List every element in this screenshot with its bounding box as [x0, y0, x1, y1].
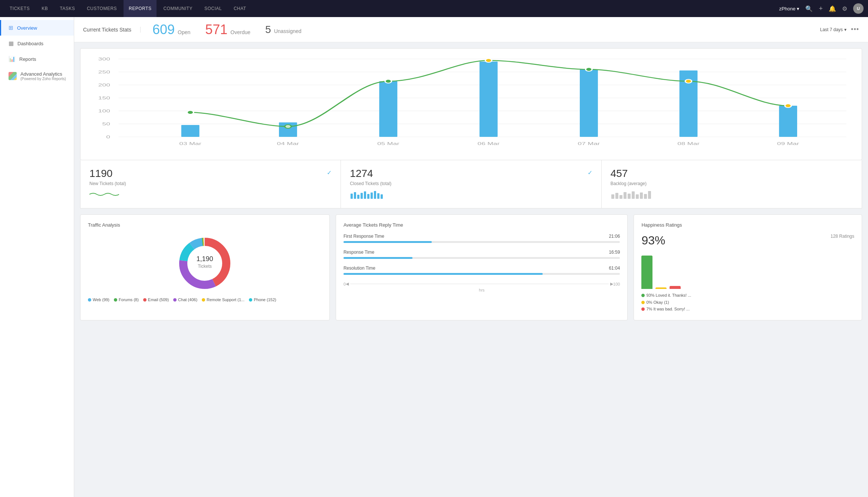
svg-text:07 Mar: 07 Mar	[578, 141, 600, 146]
brand-name: zPhone	[779, 6, 795, 11]
legend-email: Email (509)	[143, 297, 169, 302]
svg-rect-20	[779, 106, 797, 137]
date-filter-label: Last 7 days	[820, 27, 843, 32]
legend-web-dot	[88, 298, 91, 302]
unassigned-label: Unassigned	[274, 28, 302, 34]
donut-chart: 1,190 Tickets	[175, 234, 234, 293]
search-icon[interactable]: 🔍	[805, 5, 813, 12]
nav-customers[interactable]: CUSTOMERS	[82, 0, 122, 17]
svg-rect-52	[640, 192, 643, 199]
sidebar-item-overview[interactable]: ⊞ Overview	[0, 20, 74, 36]
reply-time-title: Average Tickets Reply Time	[343, 222, 620, 228]
legend-web-label: Web (99)	[93, 297, 109, 302]
svg-point-27	[785, 104, 791, 108]
open-label: Open	[178, 29, 190, 35]
dashboards-icon: ▦	[9, 40, 14, 47]
legend-forums: Forums (8)	[114, 297, 139, 302]
legend-forums-dot	[114, 298, 117, 302]
metric-backlog: 457 Backlog (average)	[602, 160, 862, 208]
svg-rect-45	[611, 194, 614, 199]
date-filter[interactable]: Last 7 days ▾	[820, 27, 846, 32]
svg-text:100: 100	[98, 109, 110, 113]
traffic-title: Traffic Analysis	[88, 222, 322, 228]
chart-container: 300 250 200 150 100 50 0	[89, 56, 853, 152]
happiness-header: 93% 128 Ratings	[641, 234, 854, 247]
overview-icon: ⊞	[9, 24, 13, 31]
svg-text:08 Mar: 08 Mar	[677, 141, 700, 146]
nav-tickets[interactable]: TICKETS	[4, 0, 35, 17]
svg-rect-42	[374, 191, 376, 199]
happiness-ratings-count: 128 Ratings	[831, 234, 854, 239]
sidebar-item-reports[interactable]: 📊 Reports	[0, 51, 74, 67]
sidebar-item-dashboards[interactable]: ▦ Dashboards	[0, 36, 74, 51]
svg-rect-44	[381, 194, 383, 199]
legend-email-label: Email (509)	[148, 297, 169, 302]
add-icon[interactable]: +	[819, 5, 823, 13]
legend-email-dot	[143, 298, 147, 302]
legend-phone: Phone (152)	[249, 297, 276, 302]
metric-closed-tickets: 1274 Closed Tickets (total) ✓	[341, 160, 601, 208]
nav-chat[interactable]: CHAT	[228, 0, 251, 17]
svg-rect-16	[379, 81, 397, 137]
hleg-loved-dot	[641, 294, 645, 297]
resolution-value: 61:04	[609, 266, 620, 271]
hleg-okay-text: 0% Okay (1)	[646, 299, 669, 306]
hleg-loved-text: 93% Loved it. Thanks! ...	[646, 292, 691, 299]
new-tickets-num: 1190	[89, 168, 126, 180]
reply-axis: 0 ◀ ▶ 100	[343, 282, 620, 286]
happiness-bars	[641, 252, 854, 289]
overdue-stat: 571 Overdue	[205, 23, 250, 36]
notifications-icon[interactable]: 🔔	[829, 5, 836, 12]
settings-icon[interactable]: ⚙	[842, 5, 847, 12]
svg-text:04 Mar: 04 Mar	[277, 141, 299, 146]
brand-selector[interactable]: zPhone ▾	[779, 6, 799, 11]
nav-community[interactable]: COMMUNITY	[158, 0, 198, 17]
nav-kb[interactable]: KB	[36, 0, 53, 17]
svg-text:09 Mar: 09 Mar	[777, 141, 799, 146]
reports-icon: 📊	[9, 56, 16, 62]
chart-section: 300 250 200 150 100 50 0	[80, 48, 862, 160]
svg-rect-36	[354, 192, 356, 199]
nav-items: TICKETS KB TASKS CUSTOMERS REPORTS COMMU…	[4, 0, 779, 17]
resolution-bar-bg	[343, 273, 620, 275]
panel-traffic: Traffic Analysis	[80, 214, 330, 320]
svg-rect-38	[361, 193, 363, 199]
svg-rect-54	[648, 191, 651, 199]
user-avatar[interactable]: U	[853, 3, 864, 14]
response-bar-bg	[343, 257, 620, 259]
response-value: 16:59	[609, 250, 620, 255]
hleg-okay: 0% Okay (1)	[641, 299, 854, 306]
analytics-label-wrap: Advanced Analytics (Powered by Zoho Repo…	[20, 71, 66, 81]
legend-phone-label: Phone (152)	[254, 297, 276, 302]
nav-reports[interactable]: REPORTS	[124, 0, 157, 17]
axis-line	[350, 284, 609, 284]
sidebar-item-advanced-analytics[interactable]: Advanced Analytics (Powered by Zoho Repo…	[0, 67, 74, 85]
overdue-label: Overdue	[230, 29, 250, 35]
svg-text:200: 200	[98, 83, 110, 87]
nav-social[interactable]: SOCIAL	[199, 0, 227, 17]
svg-rect-39	[364, 191, 366, 199]
app-layout: ⊞ Overview ▦ Dashboards 📊 Reports Advanc…	[0, 17, 868, 497]
sidebar-label-dashboards: Dashboards	[17, 41, 43, 46]
svg-rect-49	[628, 194, 631, 199]
sidebar-label-analytics: Advanced Analytics	[20, 71, 66, 77]
date-filter-caret: ▾	[844, 27, 846, 32]
open-stat: 609 Open	[152, 23, 190, 36]
svg-rect-17	[480, 62, 498, 137]
first-response-bar-bg	[343, 241, 620, 243]
sidebar-sublabel-analytics: (Powered by Zoho Reports)	[20, 77, 66, 81]
closed-tickets-label: Closed Tickets (total)	[350, 181, 391, 186]
reply-row-resolution: Resolution Time 61:04	[343, 266, 620, 275]
happiness-bar-bad	[670, 286, 681, 289]
svg-text:06 Mar: 06 Mar	[477, 141, 500, 146]
resolution-bar	[343, 273, 543, 275]
happiness-bar-loved	[641, 256, 652, 289]
nav-tasks[interactable]: TASKS	[55, 0, 80, 17]
more-options-button[interactable]: •••	[851, 26, 859, 33]
happiness-title: Happiness Ratings	[641, 222, 854, 228]
response-bar	[343, 257, 412, 259]
donut-wrap: 1,190 Tickets	[88, 234, 322, 293]
chart-svg: 300 250 200 150 100 50 0	[89, 56, 853, 152]
svg-point-25	[586, 68, 592, 71]
sidebar-label-overview: Overview	[17, 25, 37, 31]
